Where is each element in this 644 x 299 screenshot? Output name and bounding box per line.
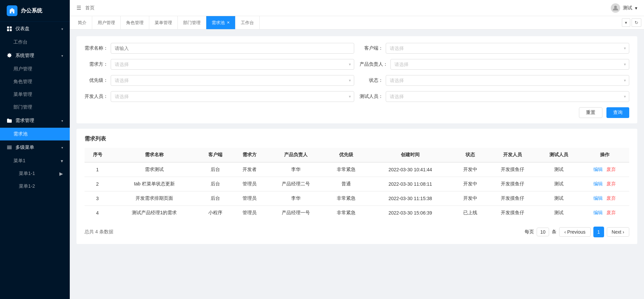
product-manager-select[interactable]: 请选择: [390, 59, 629, 70]
abandon-link[interactable]: 废弃: [606, 195, 616, 201]
sidebar-group-demand-header[interactable]: 需求管理 ▾: [0, 114, 70, 128]
cell-priority: 非常紧急: [325, 206, 367, 220]
demand-name-label: 需求名称：: [85, 45, 108, 51]
tester-select-wrapper: 请选择: [386, 91, 629, 102]
menu-toggle-icon[interactable]: ☰: [76, 5, 81, 11]
developer-select[interactable]: 请选择: [111, 91, 354, 102]
table-header: 序号 需求名称 客户端 需求方 产品负责人 优先级 创建时间 状态 开发人员 测…: [85, 148, 629, 162]
page-content: 需求名称： 客户端： 请选择 需求方：: [70, 29, 644, 299]
pagination-total: 总共 4 条数据: [85, 229, 113, 235]
cell-tester: 测试: [538, 191, 580, 206]
tab-demand-pool-close[interactable]: ✕: [227, 20, 230, 25]
per-page-count: 10: [537, 228, 549, 236]
client-select-wrapper: 请选择: [386, 43, 629, 54]
col-header-developer: 开发人员: [487, 148, 538, 162]
sidebar-group-system-header[interactable]: 系统管理 ▾: [0, 49, 70, 63]
tab-intro[interactable]: 简介: [72, 16, 92, 29]
col-header-requester: 需求方: [232, 148, 267, 162]
priority-select[interactable]: 请选择: [111, 75, 354, 86]
filter-priority: 优先级： 请选择: [85, 75, 354, 86]
next-chevron-icon: ›: [623, 229, 624, 235]
status-select[interactable]: 请选择: [386, 75, 629, 86]
cell-action: 编辑 废弃: [580, 162, 629, 177]
user-name: 测试: [623, 5, 632, 11]
filter-row-3: 优先级： 请选择 状态： 请选择: [85, 75, 629, 86]
tabs-refresh-btn[interactable]: ↻: [632, 18, 641, 27]
col-header-priority: 优先级: [325, 148, 367, 162]
filter-panel: 需求名称： 客户端： 请选择 需求方：: [76, 36, 637, 123]
requester-select[interactable]: 请选择: [111, 59, 354, 70]
cell-name: 开发需求排期页面: [110, 191, 198, 206]
edit-link[interactable]: 编辑: [593, 181, 603, 186]
svg-rect-5: [7, 147, 12, 148]
breadcrumb: 首页: [85, 5, 95, 11]
abandon-link[interactable]: 废弃: [606, 167, 616, 172]
edit-link[interactable]: 编辑: [593, 210, 603, 215]
multilevel-chevron: ▾: [61, 146, 63, 150]
filter-row-4: 开发人员： 请选择 测试人员： 请选择: [85, 91, 629, 102]
table-title: 需求列表: [85, 135, 629, 142]
sidebar-item-workbench[interactable]: 工作台: [0, 36, 70, 49]
table-header-row: 序号 需求名称 客户端 需求方 产品负责人 优先级 创建时间 状态 开发人员 测…: [85, 148, 629, 162]
client-select[interactable]: 请选择: [386, 43, 629, 54]
cell-status: 已上线: [453, 206, 487, 220]
query-button[interactable]: 查询: [606, 107, 629, 118]
cell-product-manager: 李华: [266, 191, 325, 206]
sidebar-item-menu1[interactable]: 菜单1 ▾: [0, 155, 70, 167]
cell-developer: 开发摸鱼仔: [487, 191, 538, 206]
tab-user-management[interactable]: 用户管理: [92, 16, 121, 29]
sidebar-item-user-management[interactable]: 用户管理: [0, 63, 70, 75]
sidebar-item-menu1-1[interactable]: 菜单1-1 ▶: [0, 167, 70, 180]
svg-rect-1: [10, 26, 12, 28]
dashboard-icon: [7, 26, 12, 32]
sidebar-item-dept-management[interactable]: 部门管理: [0, 101, 70, 114]
product-manager-select-wrapper: 请选择: [390, 59, 629, 70]
next-button[interactable]: Next ›: [607, 227, 629, 237]
sidebar-item-demand-pool[interactable]: 需求池: [0, 128, 70, 140]
edit-link[interactable]: 编辑: [593, 195, 603, 201]
table-section: 需求列表 序号 需求名称 客户端 需求方 产品负责人 优先级 创建时间 状态 开…: [76, 129, 637, 244]
abandon-link[interactable]: 废弃: [606, 181, 616, 186]
tab-menu-management[interactable]: 菜单管理: [149, 16, 178, 29]
sidebar-item-menu-management[interactable]: 菜单管理: [0, 88, 70, 101]
status-label: 状态：: [360, 77, 383, 83]
svg-rect-2: [7, 29, 9, 31]
cell-name: 需求测试: [110, 162, 198, 177]
col-header-status: 状态: [453, 148, 487, 162]
sidebar-logo: 办公系统: [0, 0, 70, 22]
tab-dept-management[interactable]: 部门管理: [178, 16, 206, 29]
cell-product-manager: 李华: [266, 162, 325, 177]
tester-select[interactable]: 请选择: [386, 91, 629, 102]
abandon-link[interactable]: 废弃: [606, 210, 616, 215]
svg-rect-3: [10, 29, 12, 31]
sidebar-item-role-management[interactable]: 角色管理: [0, 75, 70, 88]
avatar: [611, 3, 620, 13]
page-number-1[interactable]: 1: [593, 227, 604, 237]
client-label: 客户端：: [360, 45, 383, 51]
filter-requester: 需求方： 请选择: [85, 59, 354, 70]
filter-developer: 开发人员： 请选择: [85, 91, 354, 102]
user-menu[interactable]: 测试 ▾: [611, 3, 637, 13]
svg-rect-6: [7, 148, 12, 149]
requester-select-wrapper: 请选择: [111, 59, 354, 70]
logo-icon: [7, 5, 17, 16]
cell-name: tab 栏菜单状态更新: [110, 177, 198, 191]
sidebar-group-multilevel-header[interactable]: 多级菜单 ▾: [0, 140, 70, 155]
settings-icon: [7, 53, 12, 58]
sidebar-group-dashboard-header[interactable]: 仪表盘 ▾: [0, 22, 70, 36]
reset-button[interactable]: 重置: [579, 107, 602, 118]
sidebar-item-menu1-2[interactable]: 菜单1-2: [0, 180, 70, 193]
user-dropdown-icon: ▾: [635, 5, 637, 11]
tabs-dropdown-btn[interactable]: ▾: [622, 18, 630, 27]
tab-role-management[interactable]: 角色管理: [121, 16, 149, 29]
cell-client: 后台: [198, 191, 232, 206]
cell-priority: 普通: [325, 177, 367, 191]
edit-link[interactable]: 编辑: [593, 167, 603, 172]
col-header-tester: 测试人员: [538, 148, 580, 162]
filter-tester: 测试人员： 请选择: [360, 91, 629, 102]
previous-button[interactable]: ‹ Previous: [559, 227, 590, 237]
cell-tester: 测试: [538, 177, 580, 191]
tab-workbench[interactable]: 工作台: [235, 16, 260, 29]
demand-name-input[interactable]: [111, 43, 354, 54]
tab-demand-pool[interactable]: 需求池 ✕: [206, 16, 235, 29]
